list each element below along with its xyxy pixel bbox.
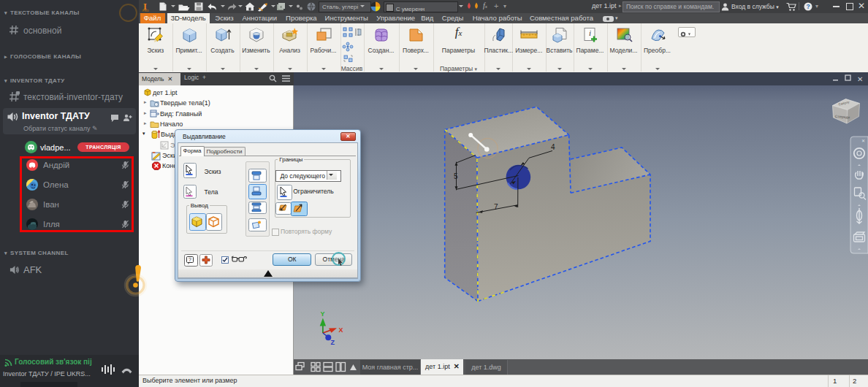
svg-text:?: ? bbox=[806, 3, 810, 10]
svg-text:Z: Z bbox=[331, 339, 335, 346]
svg-text:X: X bbox=[339, 326, 343, 334]
svg-text:Y: Y bbox=[321, 310, 325, 318]
svg-text:i: i bbox=[589, 28, 591, 37]
svg-text:✕: ✕ bbox=[861, 139, 865, 143]
svg-text:?: ? bbox=[189, 257, 191, 262]
svg-text:4: 4 bbox=[551, 143, 555, 151]
svg-text:5: 5 bbox=[454, 172, 458, 180]
svg-text:7: 7 bbox=[494, 203, 498, 211]
svg-text:✕: ✕ bbox=[857, 75, 863, 83]
